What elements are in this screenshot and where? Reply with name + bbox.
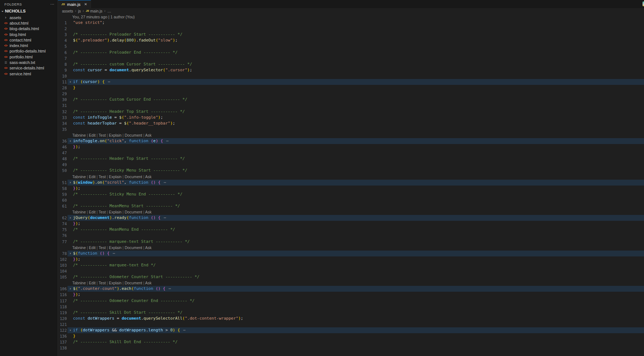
line-content[interactable] xyxy=(73,43,644,49)
line-content[interactable]: if (dotWrappers && dotWrappers.length > … xyxy=(73,327,644,333)
line-content[interactable]: /* ----------- Sticky Menu Start -------… xyxy=(73,168,644,173)
fold-ellipsis[interactable]: ⋯ xyxy=(109,251,116,256)
fold-chevron-icon[interactable]: › xyxy=(68,215,73,221)
fold-chevron-icon[interactable]: › xyxy=(68,286,73,292)
line-content[interactable]: /* ----------- Odometer Counter Start --… xyxy=(73,274,644,280)
fold-ellipsis[interactable]: ⋯ xyxy=(180,328,186,332)
line-content[interactable]: }); xyxy=(73,256,644,262)
close-icon[interactable]: ✕ xyxy=(84,2,87,6)
line-content[interactable] xyxy=(73,321,644,327)
line-content[interactable] xyxy=(73,103,644,108)
fold-ellipsis[interactable]: ⋯ xyxy=(105,79,111,84)
line-content[interactable]: /* ----------- Preloader Start ---------… xyxy=(73,32,644,37)
codelens-link-ask[interactable]: Ask xyxy=(145,210,152,214)
codelens-link-explain[interactable]: Explain xyxy=(109,175,121,179)
fold-ellipsis[interactable]: ⋯ xyxy=(160,215,167,220)
line-content[interactable]: } xyxy=(73,85,644,91)
sidebar-item-blog-details-html[interactable]: <>blog-details.html xyxy=(0,26,58,32)
line-content[interactable]: $(function () { ⋯ xyxy=(73,251,644,256)
line-content[interactable] xyxy=(73,304,644,310)
codelens-link-ask[interactable]: Ask xyxy=(145,281,152,285)
codelens-link-explain[interactable]: Explain xyxy=(109,210,121,214)
line-content[interactable] xyxy=(73,197,644,203)
line-content[interactable]: /* ----------- Custom Cursor End -------… xyxy=(73,97,644,103)
blame-annotation[interactable]: You, 27 minutes ago | 1 author (You) xyxy=(58,14,644,20)
codelens-link-edit[interactable]: Edit xyxy=(89,133,95,137)
codelens-link-explain[interactable]: Explain xyxy=(109,281,121,285)
line-content[interactable]: if (cursor) { ⋯ xyxy=(73,79,644,85)
line-content[interactable] xyxy=(73,91,644,97)
line-content[interactable]: $(window).on("scroll", function () { ⋯ xyxy=(73,180,644,186)
codelens-link-edit[interactable]: Edit xyxy=(89,210,95,214)
codelens-link-tabnine[interactable]: Tabnine xyxy=(72,210,86,214)
codelens-link-ask[interactable]: Ask xyxy=(145,133,152,137)
codelens-link-document[interactable]: Document xyxy=(125,133,142,137)
line-content[interactable] xyxy=(73,268,644,274)
fold-chevron-icon[interactable]: › xyxy=(68,327,73,333)
codelens-link-explain[interactable]: Explain xyxy=(109,133,121,137)
codelens-link-document[interactable]: Document xyxy=(125,210,142,214)
line-content[interactable]: infoToggle.on("click", function (e) { ⋯ xyxy=(73,138,644,144)
line-content[interactable]: /* ----------- Header Top Start --------… xyxy=(73,156,644,162)
line-content[interactable]: /* ----------- Sticky Menu End ---------… xyxy=(73,191,644,197)
line-content[interactable]: /* ----------- Header Top Start --------… xyxy=(73,109,644,115)
sidebar-item-index-html[interactable]: <>index.html xyxy=(0,43,58,48)
line-content[interactable] xyxy=(73,162,644,168)
line-content[interactable]: /* ----------- Skill Dot End -----------… xyxy=(73,339,644,345)
codelens-link-test[interactable]: Test xyxy=(99,133,106,137)
codelens-link-document[interactable]: Document xyxy=(125,245,142,250)
codelens-link-test[interactable]: Test xyxy=(99,210,106,214)
more-actions-icon[interactable]: ··· xyxy=(50,2,54,6)
line-content[interactable]: }); xyxy=(73,144,644,150)
codelens-link-document[interactable]: Document xyxy=(125,175,142,179)
sidebar-item-blog-html[interactable]: <>blog.html xyxy=(0,32,58,37)
line-content[interactable]: const dotWrappers = document.querySelect… xyxy=(73,316,644,321)
line-content[interactable]: "use strict"; xyxy=(73,20,644,26)
sidebar-item-portfolio-html[interactable]: <>portfolio.html xyxy=(0,54,58,60)
codelens-link-test[interactable]: Test xyxy=(99,175,106,179)
breadcrumb-item-mainjs[interactable]: JSmain.js xyxy=(86,9,102,13)
fold-chevron-icon[interactable]: › xyxy=(68,138,73,144)
line-content[interactable]: }); xyxy=(73,221,644,227)
line-content[interactable] xyxy=(73,55,644,61)
line-content[interactable] xyxy=(73,233,644,238)
sidebar-item-service-html[interactable]: <>service.html xyxy=(0,71,58,76)
sidebar-item-assets[interactable]: ›assets xyxy=(0,15,58,20)
workspace-root[interactable]: ⌄ NICHOLLS xyxy=(0,8,58,14)
line-content[interactable]: /* ----------- Odometer Counter End ----… xyxy=(73,298,644,304)
editor-actions-partial-icon[interactable] xyxy=(643,1,644,6)
codelens-link-test[interactable]: Test xyxy=(99,281,106,285)
codelens-link-ask[interactable]: Ask xyxy=(145,175,152,179)
line-content[interactable]: /* ----------- marquee-text Start ------… xyxy=(73,239,644,245)
line-content[interactable]: /* ----------- MeanMenu End ----------- … xyxy=(73,227,644,233)
codelens-link-tabnine[interactable]: Tabnine xyxy=(72,175,86,179)
line-content[interactable]: $(".preloader").delay(800).fadeOut("slow… xyxy=(73,37,644,43)
codelens-link-test[interactable]: Test xyxy=(99,245,106,250)
breadcrumb-item-js[interactable]: js xyxy=(78,9,81,13)
sidebar-item-portfolio-details-html[interactable]: <>portfolio-details.html xyxy=(0,48,58,54)
fold-chevron-icon[interactable]: › xyxy=(68,79,73,85)
fold-chevron-icon[interactable]: › xyxy=(68,180,73,186)
sidebar-item-contact-html[interactable]: <>contact.html xyxy=(0,37,58,43)
codelens-link-tabnine[interactable]: Tabnine xyxy=(72,133,86,137)
fold-chevron-icon[interactable]: › xyxy=(68,251,73,256)
sidebar-item-sass-watch-txt[interactable]: ☰sass-watch.txt xyxy=(0,60,58,65)
line-content[interactable] xyxy=(73,26,644,32)
breadcrumb-item-assets[interactable]: assets xyxy=(62,9,73,13)
line-content[interactable] xyxy=(73,73,644,79)
tab-main-js[interactable]: JS main.js ✕ xyxy=(58,0,91,8)
line-content[interactable] xyxy=(73,150,644,156)
breadcrumb-item-[interactable]: … xyxy=(107,9,111,13)
line-content[interactable]: }); xyxy=(73,186,644,191)
line-content[interactable]: const headerTopbar = $(".header__topbar"… xyxy=(73,121,644,126)
line-content[interactable]: /* ----------- Skill Dot Start ---------… xyxy=(73,310,644,316)
codelens-link-edit[interactable]: Edit xyxy=(89,281,95,285)
codelens-link-explain[interactable]: Explain xyxy=(109,245,121,250)
fold-ellipsis[interactable]: ⋯ xyxy=(165,286,172,291)
line-content[interactable]: /* ----------- Preloader End -----------… xyxy=(73,50,644,55)
codelens-link-edit[interactable]: Edit xyxy=(89,245,95,250)
codelens-link-tabnine[interactable]: Tabnine xyxy=(72,245,86,250)
line-content[interactable]: $(".counter-count").each(function () { ⋯ xyxy=(73,286,644,292)
sidebar-item-about-html[interactable]: <>about.html xyxy=(0,20,58,26)
code-area[interactable]: You, 27 minutes ago | 1 author (You)1"us… xyxy=(58,14,644,356)
